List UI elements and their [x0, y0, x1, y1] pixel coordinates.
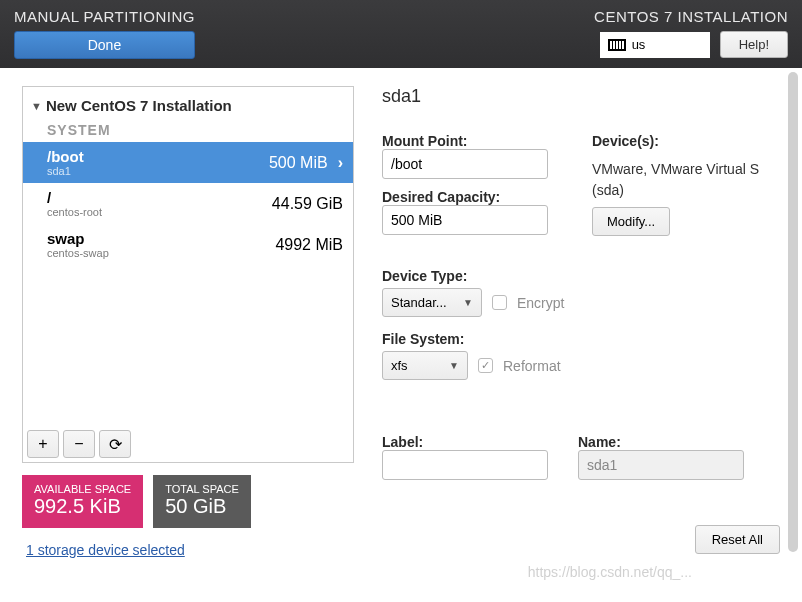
partition-size: 4992 MiB	[275, 236, 343, 254]
devices-text: VMware, VMware Virtual S (sda)	[592, 159, 780, 201]
desired-capacity-label: Desired Capacity:	[382, 189, 562, 205]
partition-tree: ▼ New CentOS 7 Installation SYSTEM /boot…	[22, 86, 354, 463]
total-space-box: TOTAL SPACE 50 GiB	[153, 475, 251, 528]
help-button[interactable]: Help!	[720, 31, 788, 58]
page-title: MANUAL PARTITIONING	[14, 8, 195, 25]
chevron-down-icon: ▼	[463, 297, 473, 308]
partition-size: 500 MiB	[269, 154, 328, 172]
partition-row-swap[interactable]: swap centos-swap 4992 MiB	[23, 224, 353, 265]
system-section-label: SYSTEM	[23, 120, 353, 142]
name-input	[578, 450, 744, 480]
devices-label: Device(s):	[592, 133, 780, 149]
reformat-label: Reformat	[503, 358, 561, 374]
partition-device: centos-swap	[47, 247, 109, 259]
scrollbar-thumb[interactable]	[788, 72, 798, 552]
left-panel: ▼ New CentOS 7 Installation SYSTEM /boot…	[22, 86, 354, 558]
file-system-select[interactable]: xfs ▼	[382, 351, 468, 380]
remove-partition-button[interactable]: −	[63, 430, 95, 458]
file-system-value: xfs	[391, 358, 408, 373]
watermark-text: https://blog.csdn.net/qq_...	[528, 564, 692, 580]
modify-button[interactable]: Modify...	[592, 207, 670, 236]
name-label: Name:	[578, 434, 744, 450]
partition-row-root[interactable]: / centos-root 44.59 GiB	[23, 183, 353, 224]
done-button[interactable]: Done	[14, 31, 195, 59]
partition-device: centos-root	[47, 206, 102, 218]
storage-devices-link[interactable]: 1 storage device selected	[22, 542, 354, 558]
partition-mount: /	[47, 189, 102, 206]
chevron-right-icon: ›	[338, 154, 343, 172]
content-area: ▼ New CentOS 7 Installation SYSTEM /boot…	[0, 68, 802, 558]
header-right-row: us Help!	[600, 31, 788, 58]
mount-point-input[interactable]	[382, 149, 548, 179]
right-panel: sda1 Mount Point: Desired Capacity: Devi…	[382, 86, 780, 558]
partition-row-boot[interactable]: /boot sda1 500 MiB ›	[23, 142, 353, 183]
total-space-value: 50 GiB	[165, 495, 239, 518]
total-space-label: TOTAL SPACE	[165, 483, 239, 495]
stats-row: AVAILABLE SPACE 992.5 KiB TOTAL SPACE 50…	[22, 475, 354, 528]
reload-button[interactable]: ⟳	[99, 430, 131, 458]
desired-capacity-input[interactable]	[382, 205, 548, 235]
keyboard-layout-text: us	[632, 37, 646, 52]
file-system-label: File System:	[382, 331, 780, 347]
keyboard-icon	[608, 39, 626, 51]
keyboard-layout-indicator[interactable]: us	[600, 32, 710, 58]
chevron-down-icon: ▼	[449, 360, 459, 371]
reset-all-button[interactable]: Reset All	[695, 525, 780, 554]
partition-mount: swap	[47, 230, 109, 247]
encrypt-checkbox[interactable]	[492, 295, 507, 310]
tree-spacer	[23, 265, 353, 426]
encrypt-label: Encrypt	[517, 295, 564, 311]
tree-toolbar: + − ⟳	[23, 426, 353, 462]
available-space-label: AVAILABLE SPACE	[34, 483, 131, 495]
installer-title: CENTOS 7 INSTALLATION	[594, 8, 788, 25]
device-type-select[interactable]: Standar... ▼	[382, 288, 482, 317]
bottom-right-actions: Reset All	[695, 525, 780, 554]
header-bar: MANUAL PARTITIONING Done CENTOS 7 INSTAL…	[0, 0, 802, 68]
mount-point-label: Mount Point:	[382, 133, 562, 149]
selected-device-title: sda1	[382, 86, 780, 107]
add-partition-button[interactable]: +	[27, 430, 59, 458]
caret-down-icon: ▼	[31, 100, 42, 112]
label-label: Label:	[382, 434, 548, 450]
partition-mount: /boot	[47, 148, 84, 165]
available-space-box: AVAILABLE SPACE 992.5 KiB	[22, 475, 143, 528]
partition-device: sda1	[47, 165, 84, 177]
partition-size: 44.59 GiB	[272, 195, 343, 213]
reformat-checkbox[interactable]	[478, 358, 493, 373]
device-type-label: Device Type:	[382, 268, 780, 284]
header-left: MANUAL PARTITIONING Done	[14, 8, 195, 59]
label-input[interactable]	[382, 450, 548, 480]
device-type-value: Standar...	[391, 295, 447, 310]
tree-header-label: New CentOS 7 Installation	[46, 97, 232, 114]
tree-header[interactable]: ▼ New CentOS 7 Installation	[23, 87, 353, 120]
header-right: CENTOS 7 INSTALLATION us Help!	[594, 8, 788, 58]
available-space-value: 992.5 KiB	[34, 495, 131, 518]
scrollbar[interactable]	[788, 72, 798, 572]
